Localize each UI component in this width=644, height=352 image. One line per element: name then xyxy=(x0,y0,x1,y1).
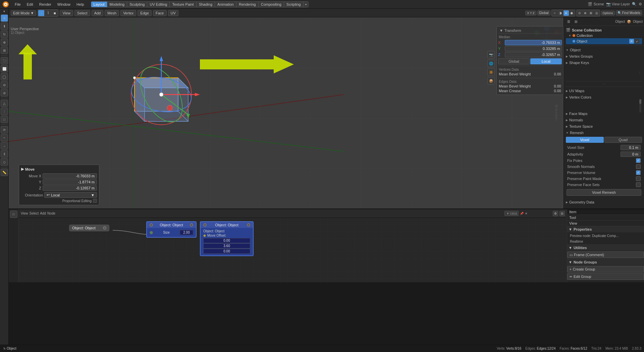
size-socket[interactable] xyxy=(150,231,153,234)
offset-z-field[interactable]: 0.00 xyxy=(203,249,250,254)
geometry-data-header[interactable]: ▶ Geometry Data xyxy=(566,199,642,205)
node-add-btn[interactable]: Add xyxy=(40,212,46,215)
object-item[interactable]: Object 👁 ↙ xyxy=(566,38,642,44)
snap-btn[interactable]: ⊞ xyxy=(588,10,594,16)
node-output-socket[interactable] xyxy=(103,226,106,230)
transform-x-value[interactable]: -0.76033 m xyxy=(505,40,562,45)
view-tab[interactable]: View xyxy=(567,221,644,226)
mesh-menu[interactable]: Mesh xyxy=(105,10,119,16)
node-canvas[interactable]: Object: Object Object: Ob xyxy=(19,218,567,282)
quad-mode-tab[interactable]: Quad xyxy=(604,137,642,143)
scrollbar-thumb[interactable] xyxy=(639,99,641,104)
tab-uv-editing[interactable]: UV Editing xyxy=(147,2,169,7)
measure-tool[interactable]: 📏 xyxy=(1,169,8,176)
viewport[interactable]: User Perspective 1) Object xyxy=(9,17,564,209)
tab-shading[interactable]: Shading xyxy=(196,2,215,7)
create-group-btn[interactable]: + Create Group xyxy=(567,266,644,273)
tab-scripting[interactable]: Scripting xyxy=(284,2,303,7)
move-x-value[interactable]: -0.76033 m xyxy=(43,173,97,179)
tab-add[interactable]: + xyxy=(303,2,308,7)
find-models-btn[interactable]: 🔍 Find Models xyxy=(616,10,642,15)
world-icon[interactable]: 🌐 xyxy=(487,60,495,67)
poly-build-tool[interactable]: □ xyxy=(1,116,8,123)
node-filter-icon[interactable]: ⊟ xyxy=(559,211,565,216)
node-view-btn[interactable]: View xyxy=(21,212,28,215)
offset-edge-tool[interactable]: ⊘ xyxy=(1,89,8,97)
filter-outliner-icon[interactable]: ⊟ xyxy=(573,18,579,25)
voxel-size-value[interactable]: 0.1 m xyxy=(621,145,641,150)
tab-modeling[interactable]: Modeling xyxy=(107,2,127,7)
tab-layout[interactable]: Layout xyxy=(91,2,107,7)
face-menu[interactable]: Face xyxy=(153,10,166,16)
tab-animation[interactable]: Animation xyxy=(215,2,236,7)
render-prop-icon[interactable]: 🔆 xyxy=(487,68,495,76)
filter-icon[interactable]: ⚙ xyxy=(639,2,642,6)
node-pin-btn[interactable]: 📌 xyxy=(520,212,524,215)
global-tab[interactable]: Global xyxy=(498,58,530,64)
move-z-value[interactable]: -0.12657 m xyxy=(43,185,97,191)
tab-rendering[interactable]: Rendering xyxy=(236,2,258,7)
bisect-tool[interactable]: ⋮ xyxy=(1,108,8,115)
move-offset-socket-y[interactable] xyxy=(203,234,206,237)
ng-utilities-header[interactable]: ▼ Utilities xyxy=(567,245,644,251)
expand-all-btn[interactable]: ⋯ xyxy=(602,82,606,86)
rotate-tool[interactable]: ↻ xyxy=(1,31,8,38)
view-menu[interactable]: View xyxy=(60,10,73,16)
edit-menu[interactable]: Edit xyxy=(24,2,36,7)
preserve-paint-mask-checkbox[interactable] xyxy=(636,176,641,181)
loop-cut-tool[interactable]: ⊖ xyxy=(1,81,8,89)
shear-tool[interactable]: ◇ xyxy=(1,158,8,166)
move-tool[interactable]: ⬆ xyxy=(1,22,8,30)
tool-tab[interactable]: Tool xyxy=(567,215,644,221)
move-orient-value[interactable]: ↩ Local ▼ xyxy=(44,192,97,198)
smooth-tool[interactable]: ~ xyxy=(1,134,8,141)
scale-tool[interactable]: ⊕ xyxy=(1,39,8,46)
local-tab[interactable]: Local xyxy=(530,58,562,64)
remesh-header[interactable]: ▼ Remesh xyxy=(566,130,642,135)
outliner-icon[interactable]: ☰ xyxy=(565,18,572,25)
object-sel-icon[interactable]: ↙ xyxy=(635,39,639,44)
shading-render[interactable]: ● xyxy=(564,10,569,16)
node-input-socket-3[interactable] xyxy=(203,223,207,227)
edge-slide-tool[interactable]: → xyxy=(1,142,8,150)
options-btn[interactable]: Options xyxy=(601,11,615,15)
ng-node-groups-header[interactable]: ▼ Node Groups xyxy=(567,259,644,265)
transform-y-value[interactable]: 0.33285 m xyxy=(505,46,562,51)
item-tab[interactable]: Item xyxy=(567,209,644,215)
shrink-fatten-tool[interactable]: ⇕ xyxy=(1,150,8,158)
inset-tool[interactable]: ⬜ xyxy=(1,65,8,72)
cursor-tool[interactable]: ✛ xyxy=(1,14,8,22)
add-menu[interactable]: Add xyxy=(92,10,104,16)
preserve-face-sets-checkbox[interactable] xyxy=(636,182,641,187)
edit-group-btn[interactable]: ✏ Edit Group xyxy=(567,273,644,280)
voxel-remesh-btn[interactable]: Voxel Remesh xyxy=(567,189,641,196)
voxel-mode-tab[interactable]: Voxel xyxy=(566,137,604,143)
spin-tool[interactable]: ⟳ xyxy=(1,126,8,133)
xray-toggle[interactable]: X Y Z xyxy=(525,11,536,15)
proportional-checkbox[interactable] xyxy=(93,199,97,203)
node-input-socket[interactable] xyxy=(150,223,153,227)
mode-dropdown[interactable]: Edit Mode ▼ xyxy=(11,10,36,16)
window-menu[interactable]: Window xyxy=(55,2,73,7)
size-field[interactable]: 2.00 xyxy=(180,230,193,235)
node-settings-icon[interactable]: ⚙ xyxy=(553,211,558,216)
node-close-btn[interactable]: ✕ xyxy=(525,212,528,215)
tab-texture-paint[interactable]: Texture Paint xyxy=(169,2,196,7)
face-maps-header[interactable]: ▶ Face Maps xyxy=(566,111,642,116)
knife-tool[interactable]: △ xyxy=(1,100,8,107)
proportional-btn[interactable]: ◎ xyxy=(594,10,599,16)
node-output-socket-2[interactable] xyxy=(190,223,193,227)
object-prop-icon[interactable]: 📦 xyxy=(626,18,632,25)
object-vis-icon[interactable]: 👁 xyxy=(629,39,634,44)
tab-compositing[interactable]: Compositing xyxy=(258,2,284,7)
collection-item[interactable]: ▼ Collection xyxy=(566,33,642,38)
offset-x-field[interactable]: 0.00 xyxy=(203,238,250,243)
shading-material[interactable]: ◑ xyxy=(558,10,563,16)
edge-mode-btn[interactable]: ⌇ xyxy=(45,10,51,16)
viewport-shading[interactable]: Global xyxy=(537,10,550,15)
object-section-header[interactable]: ▼ Object xyxy=(566,47,642,53)
transform-tool[interactable]: ⊞ xyxy=(1,47,8,54)
offset-y-field[interactable]: 3.60 xyxy=(203,243,250,248)
uv-menu[interactable]: UV xyxy=(168,10,178,16)
shading-eevee[interactable]: ◉ xyxy=(569,10,575,16)
